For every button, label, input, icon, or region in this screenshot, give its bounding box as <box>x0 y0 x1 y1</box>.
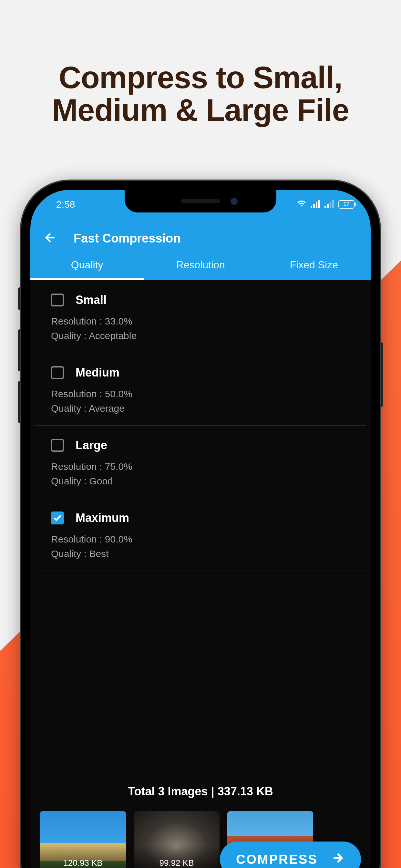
checkbox-large[interactable] <box>51 439 64 452</box>
tab-resolution[interactable]: Resolution <box>144 251 257 280</box>
tab-bar: Quality Resolution Fixed Size <box>30 251 371 280</box>
tab-quality[interactable]: Quality <box>30 251 144 280</box>
phone-mockup: 2:58 57 Fast Compression Quality <box>21 181 380 868</box>
option-large[interactable]: Large Resolution : 75.0% Quality : Good <box>35 426 366 498</box>
option-medium[interactable]: Medium Resolution : 50.0% Quality : Aver… <box>35 353 366 426</box>
arrow-right-icon <box>331 851 345 868</box>
thumbnail[interactable]: 99.92 KB 730x526 <box>134 811 220 868</box>
checkbox-maximum[interactable] <box>51 512 64 524</box>
option-small[interactable]: Small Resolution : 33.0% Quality : Accep… <box>35 280 366 353</box>
options-list: Small Resolution : 33.0% Quality : Accep… <box>30 280 371 784</box>
option-label: Large <box>75 438 107 452</box>
marketing-headline: Compress to Small, Medium & Large File <box>0 0 401 127</box>
thumbnail[interactable]: 120.93 KB 730x488 <box>40 811 126 868</box>
summary-text: Total 3 Images | 337.13 KB <box>40 775 361 811</box>
option-label: Maximum <box>75 511 129 525</box>
back-arrow-icon[interactable] <box>43 230 58 246</box>
option-label: Small <box>75 293 106 307</box>
wifi-icon <box>297 199 306 210</box>
app-bar: Fast Compression <box>30 219 371 251</box>
option-label: Medium <box>75 366 120 379</box>
checkbox-small[interactable] <box>51 293 64 306</box>
signal-icon-2 <box>325 200 334 208</box>
option-maximum[interactable]: Maximum Resolution : 90.0% Quality : Bes… <box>35 498 366 571</box>
tab-fixed-size[interactable]: Fixed Size <box>257 251 371 280</box>
battery-icon: 57 <box>338 200 354 209</box>
signal-icon <box>311 200 320 208</box>
compress-button[interactable]: COMPRESS <box>220 841 361 868</box>
status-time: 2:58 <box>56 199 75 210</box>
checkbox-medium[interactable] <box>51 366 64 379</box>
page-title: Fast Compression <box>73 231 181 245</box>
